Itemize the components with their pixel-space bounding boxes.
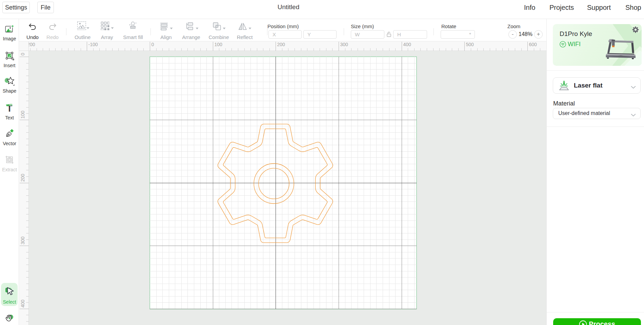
svg-text:100: 100 bbox=[215, 42, 223, 47]
svg-text:-100: -100 bbox=[88, 42, 98, 47]
svg-text:500: 500 bbox=[466, 42, 474, 47]
svg-text:200: 200 bbox=[20, 174, 25, 182]
svg-text:400: 400 bbox=[403, 42, 411, 47]
svg-text:0: 0 bbox=[152, 42, 154, 47]
svg-text:200: 200 bbox=[277, 42, 285, 47]
svg-text:0: 0 bbox=[20, 53, 25, 56]
svg-text:400: 400 bbox=[20, 300, 25, 308]
svg-text:100: 100 bbox=[20, 111, 25, 119]
svg-text:300: 300 bbox=[340, 42, 348, 47]
svg-text:300: 300 bbox=[20, 236, 25, 245]
svg-text:600: 600 bbox=[529, 42, 537, 47]
